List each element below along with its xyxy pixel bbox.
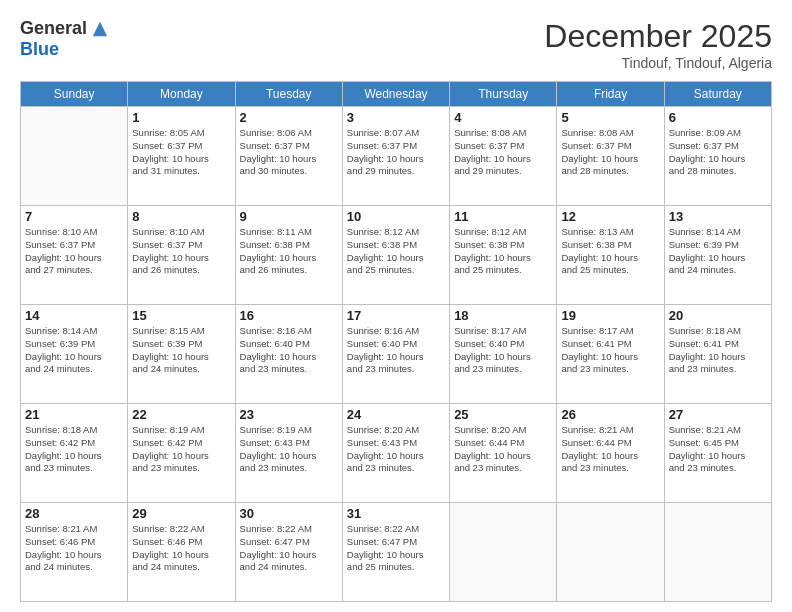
calendar-col-monday: Monday bbox=[128, 82, 235, 107]
day-number: 8 bbox=[132, 209, 230, 224]
day-info: Sunrise: 8:19 AMSunset: 6:43 PMDaylight:… bbox=[240, 424, 338, 475]
calendar-cell: 26Sunrise: 8:21 AMSunset: 6:44 PMDayligh… bbox=[557, 404, 664, 503]
day-info: Sunrise: 8:10 AMSunset: 6:37 PMDaylight:… bbox=[132, 226, 230, 277]
calendar-cell: 13Sunrise: 8:14 AMSunset: 6:39 PMDayligh… bbox=[664, 206, 771, 305]
calendar-cell: 24Sunrise: 8:20 AMSunset: 6:43 PMDayligh… bbox=[342, 404, 449, 503]
day-info: Sunrise: 8:14 AMSunset: 6:39 PMDaylight:… bbox=[25, 325, 123, 376]
day-info: Sunrise: 8:08 AMSunset: 6:37 PMDaylight:… bbox=[561, 127, 659, 178]
day-number: 2 bbox=[240, 110, 338, 125]
title-block: December 2025 Tindouf, Tindouf, Algeria bbox=[544, 18, 772, 71]
day-info: Sunrise: 8:07 AMSunset: 6:37 PMDaylight:… bbox=[347, 127, 445, 178]
calendar-cell: 29Sunrise: 8:22 AMSunset: 6:46 PMDayligh… bbox=[128, 503, 235, 602]
calendar-cell bbox=[21, 107, 128, 206]
calendar-cell: 20Sunrise: 8:18 AMSunset: 6:41 PMDayligh… bbox=[664, 305, 771, 404]
day-info: Sunrise: 8:05 AMSunset: 6:37 PMDaylight:… bbox=[132, 127, 230, 178]
day-number: 31 bbox=[347, 506, 445, 521]
day-number: 6 bbox=[669, 110, 767, 125]
calendar-cell: 21Sunrise: 8:18 AMSunset: 6:42 PMDayligh… bbox=[21, 404, 128, 503]
calendar-cell: 11Sunrise: 8:12 AMSunset: 6:38 PMDayligh… bbox=[450, 206, 557, 305]
calendar-cell: 23Sunrise: 8:19 AMSunset: 6:43 PMDayligh… bbox=[235, 404, 342, 503]
day-info: Sunrise: 8:22 AMSunset: 6:46 PMDaylight:… bbox=[132, 523, 230, 574]
day-number: 4 bbox=[454, 110, 552, 125]
day-number: 11 bbox=[454, 209, 552, 224]
calendar-cell: 7Sunrise: 8:10 AMSunset: 6:37 PMDaylight… bbox=[21, 206, 128, 305]
calendar-week-2: 7Sunrise: 8:10 AMSunset: 6:37 PMDaylight… bbox=[21, 206, 772, 305]
day-info: Sunrise: 8:16 AMSunset: 6:40 PMDaylight:… bbox=[347, 325, 445, 376]
calendar-cell: 22Sunrise: 8:19 AMSunset: 6:42 PMDayligh… bbox=[128, 404, 235, 503]
day-info: Sunrise: 8:18 AMSunset: 6:41 PMDaylight:… bbox=[669, 325, 767, 376]
calendar-cell: 2Sunrise: 8:06 AMSunset: 6:37 PMDaylight… bbox=[235, 107, 342, 206]
calendar-header-row: SundayMondayTuesdayWednesdayThursdayFrid… bbox=[21, 82, 772, 107]
day-number: 19 bbox=[561, 308, 659, 323]
day-number: 23 bbox=[240, 407, 338, 422]
calendar-cell: 14Sunrise: 8:14 AMSunset: 6:39 PMDayligh… bbox=[21, 305, 128, 404]
day-info: Sunrise: 8:14 AMSunset: 6:39 PMDaylight:… bbox=[669, 226, 767, 277]
calendar-col-wednesday: Wednesday bbox=[342, 82, 449, 107]
day-number: 5 bbox=[561, 110, 659, 125]
calendar-cell: 5Sunrise: 8:08 AMSunset: 6:37 PMDaylight… bbox=[557, 107, 664, 206]
calendar-cell: 6Sunrise: 8:09 AMSunset: 6:37 PMDaylight… bbox=[664, 107, 771, 206]
day-info: Sunrise: 8:12 AMSunset: 6:38 PMDaylight:… bbox=[347, 226, 445, 277]
day-number: 1 bbox=[132, 110, 230, 125]
day-number: 25 bbox=[454, 407, 552, 422]
calendar-col-saturday: Saturday bbox=[664, 82, 771, 107]
day-number: 17 bbox=[347, 308, 445, 323]
calendar-cell: 3Sunrise: 8:07 AMSunset: 6:37 PMDaylight… bbox=[342, 107, 449, 206]
day-info: Sunrise: 8:21 AMSunset: 6:45 PMDaylight:… bbox=[669, 424, 767, 475]
calendar-week-3: 14Sunrise: 8:14 AMSunset: 6:39 PMDayligh… bbox=[21, 305, 772, 404]
calendar-cell: 1Sunrise: 8:05 AMSunset: 6:37 PMDaylight… bbox=[128, 107, 235, 206]
day-number: 27 bbox=[669, 407, 767, 422]
calendar-cell: 15Sunrise: 8:15 AMSunset: 6:39 PMDayligh… bbox=[128, 305, 235, 404]
day-info: Sunrise: 8:06 AMSunset: 6:37 PMDaylight:… bbox=[240, 127, 338, 178]
day-info: Sunrise: 8:19 AMSunset: 6:42 PMDaylight:… bbox=[132, 424, 230, 475]
calendar-cell bbox=[557, 503, 664, 602]
subtitle: Tindouf, Tindouf, Algeria bbox=[544, 55, 772, 71]
day-number: 24 bbox=[347, 407, 445, 422]
day-number: 18 bbox=[454, 308, 552, 323]
day-number: 12 bbox=[561, 209, 659, 224]
calendar-cell: 25Sunrise: 8:20 AMSunset: 6:44 PMDayligh… bbox=[450, 404, 557, 503]
calendar-cell: 18Sunrise: 8:17 AMSunset: 6:40 PMDayligh… bbox=[450, 305, 557, 404]
day-info: Sunrise: 8:17 AMSunset: 6:41 PMDaylight:… bbox=[561, 325, 659, 376]
calendar-cell: 12Sunrise: 8:13 AMSunset: 6:38 PMDayligh… bbox=[557, 206, 664, 305]
day-info: Sunrise: 8:11 AMSunset: 6:38 PMDaylight:… bbox=[240, 226, 338, 277]
day-number: 13 bbox=[669, 209, 767, 224]
calendar-cell: 16Sunrise: 8:16 AMSunset: 6:40 PMDayligh… bbox=[235, 305, 342, 404]
day-info: Sunrise: 8:22 AMSunset: 6:47 PMDaylight:… bbox=[347, 523, 445, 574]
day-info: Sunrise: 8:20 AMSunset: 6:44 PMDaylight:… bbox=[454, 424, 552, 475]
day-number: 26 bbox=[561, 407, 659, 422]
calendar: SundayMondayTuesdayWednesdayThursdayFrid… bbox=[20, 81, 772, 602]
logo-icon bbox=[91, 20, 109, 38]
calendar-week-5: 28Sunrise: 8:21 AMSunset: 6:46 PMDayligh… bbox=[21, 503, 772, 602]
calendar-cell bbox=[664, 503, 771, 602]
day-info: Sunrise: 8:09 AMSunset: 6:37 PMDaylight:… bbox=[669, 127, 767, 178]
calendar-cell bbox=[450, 503, 557, 602]
day-info: Sunrise: 8:21 AMSunset: 6:46 PMDaylight:… bbox=[25, 523, 123, 574]
day-info: Sunrise: 8:12 AMSunset: 6:38 PMDaylight:… bbox=[454, 226, 552, 277]
day-number: 16 bbox=[240, 308, 338, 323]
day-number: 21 bbox=[25, 407, 123, 422]
svg-marker-0 bbox=[93, 21, 107, 35]
calendar-cell: 28Sunrise: 8:21 AMSunset: 6:46 PMDayligh… bbox=[21, 503, 128, 602]
page: General Blue December 2025 Tindouf, Tind… bbox=[0, 0, 792, 612]
day-info: Sunrise: 8:08 AMSunset: 6:37 PMDaylight:… bbox=[454, 127, 552, 178]
day-number: 20 bbox=[669, 308, 767, 323]
header: General Blue December 2025 Tindouf, Tind… bbox=[20, 18, 772, 71]
calendar-week-1: 1Sunrise: 8:05 AMSunset: 6:37 PMDaylight… bbox=[21, 107, 772, 206]
calendar-week-4: 21Sunrise: 8:18 AMSunset: 6:42 PMDayligh… bbox=[21, 404, 772, 503]
logo-blue: Blue bbox=[20, 39, 59, 60]
calendar-col-thursday: Thursday bbox=[450, 82, 557, 107]
calendar-cell: 30Sunrise: 8:22 AMSunset: 6:47 PMDayligh… bbox=[235, 503, 342, 602]
month-title: December 2025 bbox=[544, 18, 772, 55]
calendar-col-tuesday: Tuesday bbox=[235, 82, 342, 107]
calendar-col-sunday: Sunday bbox=[21, 82, 128, 107]
logo: General Blue bbox=[20, 18, 109, 60]
day-number: 28 bbox=[25, 506, 123, 521]
day-number: 7 bbox=[25, 209, 123, 224]
calendar-cell: 17Sunrise: 8:16 AMSunset: 6:40 PMDayligh… bbox=[342, 305, 449, 404]
day-number: 9 bbox=[240, 209, 338, 224]
day-info: Sunrise: 8:20 AMSunset: 6:43 PMDaylight:… bbox=[347, 424, 445, 475]
calendar-cell: 27Sunrise: 8:21 AMSunset: 6:45 PMDayligh… bbox=[664, 404, 771, 503]
logo-general: General bbox=[20, 18, 87, 39]
day-number: 30 bbox=[240, 506, 338, 521]
